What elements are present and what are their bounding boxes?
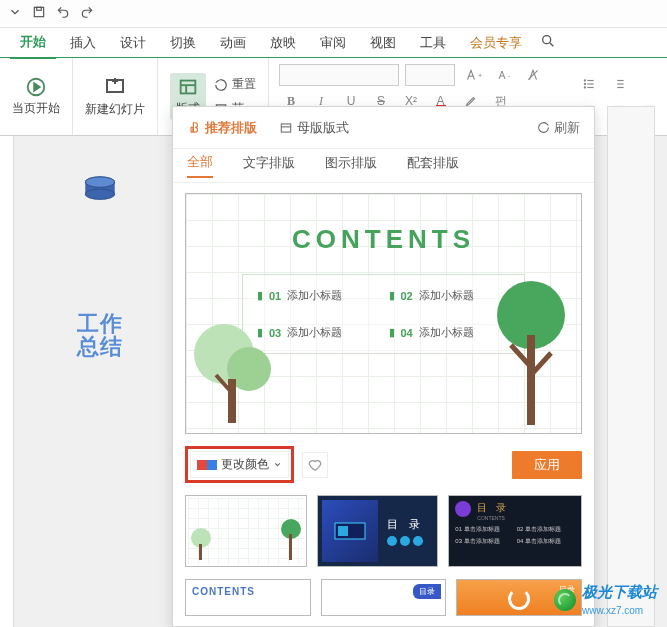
layout-thumb-3[interactable]: 目 录 CONTENTS 01 单击添加标题 02 单击添加标题 03 单击添加… — [448, 495, 582, 567]
contents-title: CONTENTS — [186, 224, 581, 255]
font-family-select[interactable] — [279, 64, 399, 86]
color-swatch-icon — [207, 460, 217, 470]
reset-button[interactable]: 重置 — [214, 74, 256, 96]
color-swatch-icon — [197, 460, 207, 470]
layout-thumb-row: 目 录 目 录 CONTENTS — [185, 495, 582, 567]
work-label-line1: 工作 — [77, 311, 123, 336]
panel-category-row: 全部 文字排版 图示排版 配套排版 — [173, 149, 594, 183]
refresh-label: 刷新 — [554, 119, 580, 137]
ribbon-tab-tools[interactable]: 工具 — [410, 28, 456, 58]
svg-point-19 — [584, 83, 585, 84]
from-current-button[interactable]: 当页开始 — [12, 76, 60, 117]
watermark-text: 极光下载站 — [582, 583, 657, 600]
svg-line-3 — [550, 43, 553, 46]
cat-text[interactable]: 文字排版 — [243, 154, 295, 177]
refresh-button[interactable]: 刷新 — [537, 119, 580, 137]
action-row: 更改颜色 应用 — [185, 446, 582, 483]
numbering-icon[interactable] — [607, 73, 631, 95]
panel-body: CONTENTS ▮01添加小标题 ▮02添加小标题 ▮03添加小标题 ▮04添… — [173, 183, 594, 626]
ribbon-tab-home[interactable]: 开始 — [10, 27, 56, 59]
save-icon[interactable] — [32, 5, 46, 22]
watermark-url: www.xz7.com — [582, 605, 643, 616]
svg-marker-5 — [34, 83, 40, 90]
layout-thumb-2[interactable]: 目 录 — [317, 495, 439, 567]
svg-rect-9 — [181, 81, 196, 94]
reset-label: 重置 — [232, 76, 256, 93]
layout-preview-main[interactable]: CONTENTS ▮01添加小标题 ▮02添加小标题 ▮03添加小标题 ▮04添… — [185, 193, 582, 434]
layout-thumb-row-2: CONTENTS 目录 目录 — [185, 579, 582, 616]
svg-point-37 — [85, 189, 114, 199]
svg-rect-43 — [228, 379, 236, 423]
slide-edge — [0, 136, 14, 627]
thumb3-sub: CONTENTS — [477, 515, 509, 521]
thumb3-item: 01 单击添加标题 — [455, 525, 513, 534]
panel-tab-row: 推荐排版 母版版式 刷新 — [173, 107, 594, 149]
decrease-font-icon[interactable]: - — [491, 64, 515, 86]
search-icon[interactable] — [540, 33, 556, 52]
ribbon-group-slideshow: 当页开始 — [0, 58, 73, 135]
svg-rect-0 — [34, 7, 43, 16]
ribbon-tab-insert[interactable]: 插入 — [60, 28, 106, 58]
right-sidebar — [607, 106, 655, 627]
panel-tab-recommend[interactable]: 推荐排版 — [187, 119, 257, 137]
watermark: 极光下载站 www.xz7.com — [554, 583, 657, 617]
ribbon-tab-animation[interactable]: 动画 — [210, 28, 256, 58]
change-color-label: 更改颜色 — [221, 456, 269, 473]
thumb3-item: 03 单击添加标题 — [455, 537, 513, 546]
thumb3-item: 04 单击添加标题 — [517, 537, 575, 546]
from-current-label: 当页开始 — [12, 100, 60, 117]
new-slide-button[interactable]: 新建幻灯片 — [85, 75, 145, 118]
svg-point-2 — [543, 36, 551, 44]
ribbon-tab-slideshow[interactable]: 放映 — [260, 28, 306, 58]
tree-right-icon — [491, 275, 571, 429]
svg-rect-50 — [199, 544, 202, 560]
svg-point-38 — [85, 177, 114, 187]
tree-left-icon — [192, 309, 276, 429]
work-summary-label[interactable]: 工作 总结 — [77, 312, 123, 358]
layout-thumb-5[interactable]: 目录 — [321, 579, 447, 616]
svg-rect-39 — [281, 123, 290, 131]
font-size-select[interactable] — [405, 64, 455, 86]
svg-point-17 — [584, 79, 585, 80]
ribbon-tab-strip: 开始 插入 设计 切换 动画 放映 审阅 视图 工具 会员专享 — [0, 28, 667, 58]
quick-access-toolbar — [0, 0, 667, 28]
cat-all[interactable]: 全部 — [187, 153, 213, 178]
cat-graphic[interactable]: 图示排版 — [325, 154, 377, 177]
panel-tab-recommend-label: 推荐排版 — [205, 119, 257, 137]
favorite-button[interactable] — [302, 452, 328, 478]
panel-tab-master[interactable]: 母版版式 — [279, 119, 349, 137]
svg-rect-46 — [527, 335, 535, 425]
ribbon-tab-transition[interactable]: 切换 — [160, 28, 206, 58]
thumb3-item: 02 单击添加标题 — [517, 525, 575, 534]
apply-button[interactable]: 应用 — [512, 451, 582, 479]
svg-point-21 — [584, 86, 585, 87]
layout-panel: 推荐排版 母版版式 刷新 全部 文字排版 图示排版 配套排版 CONTENTS … — [172, 106, 595, 627]
panel-tab-master-label: 母版版式 — [297, 119, 349, 137]
cylinder-shape[interactable] — [80, 176, 120, 202]
ribbon-group-slides: 新建幻灯片 — [73, 58, 158, 135]
menu-icon[interactable] — [8, 5, 22, 22]
svg-rect-52 — [289, 534, 292, 560]
cat-matching[interactable]: 配套排版 — [407, 154, 459, 177]
ribbon-tab-view[interactable]: 视图 — [360, 28, 406, 58]
ribbon-tab-vip[interactable]: 会员专享 — [460, 28, 532, 58]
layout-thumb-1[interactable] — [185, 495, 307, 567]
bullets-icon[interactable] — [577, 73, 601, 95]
ribbon-tab-review[interactable]: 审阅 — [310, 28, 356, 58]
thumb3-title: 目 录 — [477, 501, 509, 515]
redo-icon[interactable] — [80, 5, 94, 22]
contents-box: ▮01添加小标题 ▮02添加小标题 ▮03添加小标题 ▮04添加小标题 — [242, 274, 525, 354]
clear-format-icon[interactable] — [521, 64, 545, 86]
slide-object-zone: 工作 总结 — [14, 136, 186, 627]
layout-thumb-4[interactable]: CONTENTS — [185, 579, 311, 616]
thumb2-title: 目 录 — [387, 517, 424, 532]
undo-icon[interactable] — [56, 5, 70, 22]
ribbon-tab-design[interactable]: 设计 — [110, 28, 156, 58]
svg-rect-1 — [37, 7, 42, 10]
change-color-button[interactable]: 更改颜色 — [190, 451, 289, 478]
watermark-icon — [554, 589, 576, 611]
work-label-line2: 总结 — [77, 334, 123, 359]
increase-font-icon[interactable]: + — [461, 64, 485, 86]
svg-rect-54 — [338, 526, 348, 536]
highlight-change-color: 更改颜色 — [185, 446, 294, 483]
